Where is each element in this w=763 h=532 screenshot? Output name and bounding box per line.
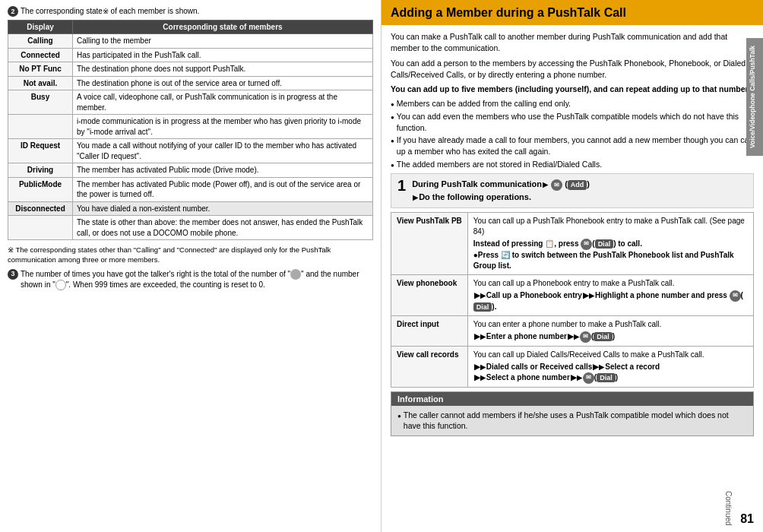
arrow-icon: ▶: [474, 290, 486, 301]
dial-label: Dial: [595, 239, 614, 249]
note2-text: The corresponding state※ of each member …: [21, 6, 199, 17]
step1-text: During PushTalk communication ✉ (Add) Do…: [412, 178, 590, 203]
table-state-cell: The member has activated Public mode (Dr…: [73, 163, 373, 178]
dial-label: Dial: [594, 332, 613, 342]
table-display-cell: [8, 115, 73, 139]
ops-label: View call records: [391, 346, 468, 387]
ops-row: View call recordsYou can call up Dialed …: [391, 346, 754, 387]
switch-icon: 🔄: [501, 251, 510, 259]
note2-icon: 2: [8, 6, 18, 17]
info-bullet: The caller cannot add members if he/she …: [397, 410, 747, 432]
arrow-icon: ▶: [583, 290, 594, 301]
ops-action: Instead of pressing 📋, press ✉(Dial) to …: [473, 239, 748, 271]
note3-text: The number of times you have got the tal…: [21, 269, 373, 291]
page-title: Adding a Member during a PushTalk Call: [382, 0, 763, 25]
arrow-icon: ▶: [474, 372, 486, 383]
right-content: You can make a PushTalk call to another …: [382, 25, 763, 532]
arrow-icon: [543, 178, 548, 191]
arrow-icon: ▶: [474, 331, 486, 342]
left-panel: 2 The corresponding state※ of each membe…: [0, 0, 382, 532]
ops-content: You can call up a Phonebook entry to mak…: [467, 274, 753, 315]
list-icon: 📋: [545, 239, 554, 248]
col2-header: Corresponding state of members: [73, 21, 373, 34]
table-display-cell: ID Request: [8, 139, 73, 163]
dial-label: Dial: [597, 373, 616, 383]
table-display-cell: No PT Func: [8, 62, 73, 77]
side-tab: Voice/Videophone Calls/PushTalk: [746, 38, 763, 156]
bullet-item: You can add even the members who use the…: [391, 111, 754, 133]
page-number: 81: [740, 512, 754, 526]
table-state-cell: The member has activated Public mode (Po…: [73, 177, 373, 201]
col1-header: Display: [8, 21, 73, 34]
step1-number: 1: [397, 178, 406, 193]
info-header: Information: [391, 392, 753, 406]
note2-block: 2 The corresponding state※ of each membe…: [8, 6, 373, 17]
ops-label: Direct input: [391, 315, 468, 346]
info-content: The caller cannot add members if he/she …: [391, 406, 753, 435]
note3-block: 3 The number of times you have got the t…: [8, 269, 373, 291]
footnote1: ※ The corresponding states other than "C…: [8, 245, 373, 265]
table-state-cell: i-mode communication is in progress at t…: [73, 115, 373, 139]
bullet-dot: ●: [473, 251, 478, 259]
bullet-item: The added members are not stored in Redi…: [391, 159, 754, 170]
table-state-cell: The destination phone is out of the serv…: [73, 76, 373, 90]
table-display-cell: Not avail.: [8, 76, 73, 90]
ops-content: You can call up Dialed Calls/Received Ca…: [467, 346, 753, 387]
table-state-cell: The destination phone does not support P…: [73, 62, 373, 77]
arrow-icon: ▶: [571, 372, 582, 383]
members-table: Display Corresponding state of members C…: [8, 20, 373, 240]
step1-block: 1 During PushTalk communication ✉ (Add) …: [391, 173, 754, 207]
dial-btn: ✉: [581, 239, 592, 250]
ops-action: ▶Enter a phone number▶✉(Dial): [473, 331, 748, 343]
table-display-cell: Driving: [8, 163, 73, 178]
arrow-icon: ▶: [593, 362, 604, 372]
table-display-cell: PublicMode: [8, 177, 73, 201]
ops-row: Direct inputYou can enter a phone number…: [391, 315, 754, 346]
dial-label: Dial: [473, 302, 492, 312]
intro-p2: You can add a person to the members by a…: [391, 58, 754, 81]
table-state-cell: The state is other than above: the membe…: [73, 216, 373, 240]
table-state-cell: You made a call without notifying of you…: [73, 139, 373, 163]
dial-btn: ✉: [583, 372, 594, 384]
ops-content: You can call up a PushTalk Phonebook ent…: [467, 212, 753, 274]
ops-row: View phonebookYou can call up a Phoneboo…: [391, 274, 754, 315]
bullet-item: Members can be added from the calling en…: [391, 98, 754, 109]
ops-row: View PushTalk PBYou can call up a PushTa…: [391, 212, 754, 274]
table-display-cell: [8, 216, 73, 240]
intro-bullets: Members can be added from the calling en…: [391, 98, 754, 169]
ops-label: View PushTalk PB: [391, 212, 468, 274]
add-btn[interactable]: Add: [568, 180, 587, 191]
table-state-cell: Calling to the member: [73, 34, 373, 49]
intro-p1: You can make a PushTalk call to another …: [391, 31, 754, 54]
table-display-cell: Busy: [8, 90, 73, 115]
continued-label: Continued: [724, 491, 733, 526]
operations-table: View PushTalk PBYou can call up a PushTa…: [391, 212, 754, 388]
ops-action: ▶Dialed calls or Received calls▶Select a…: [473, 362, 748, 384]
envelope-btn: ✉: [551, 179, 562, 191]
arrow-icon: ▶: [568, 331, 579, 342]
arrow-icon2: [413, 191, 418, 204]
bullet-item: If you have already made a call to four …: [391, 135, 754, 157]
table-state-cell: Has participated in the PushTalk call.: [73, 48, 373, 62]
ops-content: You can enter a phone number to make a P…: [467, 315, 753, 346]
note3-icon: 3: [8, 269, 18, 280]
info-box: Information The caller cannot add member…: [391, 391, 754, 436]
dial-btn: ✉: [730, 290, 741, 302]
table-display-cell: Disconnected: [8, 201, 73, 216]
right-panel: Adding a Member during a PushTalk Call Y…: [382, 0, 763, 532]
ops-label: View phonebook: [391, 274, 468, 315]
dial-btn: ✉: [580, 331, 591, 343]
arrow-icon: ▶: [474, 362, 486, 372]
table-display-cell: Calling: [8, 34, 73, 49]
table-display-cell: Connected: [8, 48, 73, 62]
intro-p3: You can add up to five members (includin…: [391, 84, 754, 95]
ops-action: ▶Call up a Phonebook entry▶Highlight a p…: [473, 290, 748, 312]
table-state-cell: A voice call, videophone call, or PushTa…: [73, 90, 373, 115]
table-state-cell: You have dialed a non-existent number.: [73, 201, 373, 216]
